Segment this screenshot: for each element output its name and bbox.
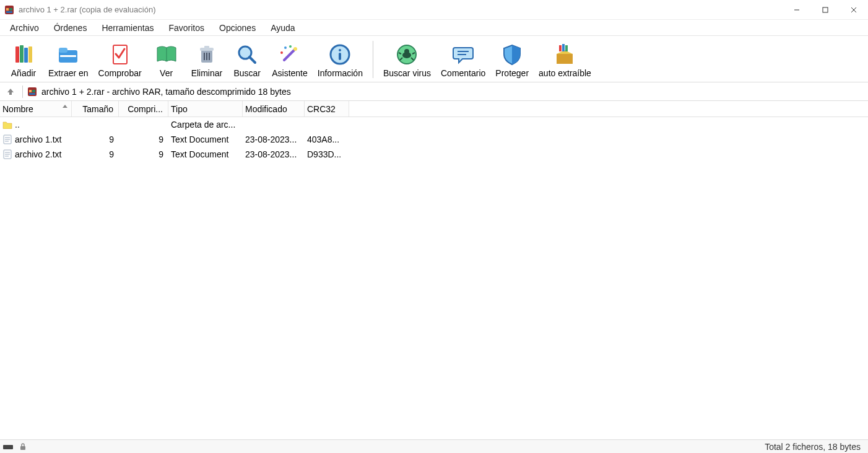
svg-point-28: [289, 45, 292, 48]
minimize-button[interactable]: [783, 0, 811, 19]
toolbar-test-button[interactable]: Comprobar: [95, 40, 145, 78]
svg-rect-46: [565, 45, 568, 51]
file-row-parent[interactable]: .. Carpeta de arc...: [0, 117, 868, 132]
svg-rect-10: [24, 48, 28, 63]
toolbar-sfx-button[interactable]: auto extraíble: [535, 40, 595, 78]
file-type: Text Document: [171, 149, 228, 159]
toolbar: Añadir Extraer en Comprobar Ver: [0, 36, 868, 82]
file-name: archivo 2.txt: [15, 149, 61, 159]
svg-rect-50: [29, 93, 35, 95]
path-bar: archivo 1 + 2.rar - archivo RAR, tamaño …: [0, 82, 868, 101]
svg-rect-5: [823, 7, 828, 12]
svg-rect-13: [59, 48, 67, 53]
file-list: Nombre Tamaño Compri... Tipo Modificado …: [0, 101, 868, 439]
text-file-icon: [2, 134, 12, 144]
menu-opciones[interactable]: Opciones: [212, 20, 263, 35]
svg-rect-48: [29, 90, 32, 92]
comment-icon: [448, 41, 478, 68]
info-icon: [325, 41, 355, 68]
file-crc: D933D...: [307, 149, 341, 159]
sort-asc-icon: [63, 105, 67, 108]
column-size[interactable]: Tamaño: [72, 101, 119, 117]
toolbar-wizard-button[interactable]: Asistente: [268, 40, 311, 78]
pathbar-separator: [22, 86, 23, 98]
svg-rect-42: [557, 54, 573, 64]
virus-scan-icon: [392, 41, 422, 68]
svg-rect-8: [15, 46, 19, 63]
svg-rect-11: [28, 46, 32, 63]
svg-rect-59: [3, 445, 13, 449]
svg-line-25: [284, 49, 295, 60]
toolbar-delete-button[interactable]: Eliminar: [188, 40, 227, 78]
toolbar-virusscan-button[interactable]: Buscar virus: [380, 40, 435, 78]
toolbar-wizard-label: Asistente: [272, 68, 308, 78]
wizard-wand-icon: [275, 41, 305, 68]
shield-icon: [497, 41, 527, 68]
column-headers: Nombre Tamaño Compri... Tipo Modificado …: [0, 101, 868, 117]
file-size: 9: [109, 134, 114, 144]
toolbar-comment-button[interactable]: Comentario: [437, 40, 489, 78]
menu-ordenes[interactable]: Órdenes: [46, 20, 95, 35]
toolbar-sfx-label: auto extraíble: [539, 68, 591, 78]
svg-point-31: [339, 49, 341, 51]
svg-rect-14: [60, 55, 76, 57]
svg-rect-1: [6, 8, 9, 11]
folder-icon: [2, 120, 12, 130]
toolbar-virusscan-label: Buscar virus: [383, 68, 431, 78]
column-crc-label: CRC32: [307, 104, 336, 114]
svg-point-27: [284, 46, 287, 49]
column-compressed[interactable]: Compri...: [119, 101, 168, 117]
column-size-label: Tamaño: [82, 104, 113, 114]
svg-rect-49: [32, 90, 35, 92]
toolbar-add-label: Añadir: [11, 68, 36, 78]
path-text[interactable]: archivo 1 + 2.rar - archivo RAR, tamaño …: [41, 87, 866, 97]
maximize-button[interactable]: [811, 0, 840, 19]
svg-rect-60: [20, 446, 25, 450]
menu-favoritos[interactable]: Favoritos: [161, 20, 212, 35]
toolbar-protect-button[interactable]: Proteger: [492, 40, 532, 78]
menu-archivo[interactable]: Archivo: [2, 20, 46, 35]
column-comp-label: Compri...: [128, 104, 163, 114]
sfx-box-icon: [550, 41, 579, 68]
text-file-icon: [2, 149, 12, 159]
toolbar-add-button[interactable]: Añadir: [5, 40, 42, 78]
file-type: Text Document: [171, 134, 228, 144]
menu-herramientas[interactable]: Herramientas: [94, 20, 161, 35]
svg-rect-3: [6, 11, 12, 13]
file-mod: 23-08-2023...: [245, 134, 297, 144]
file-name: ..: [15, 120, 20, 130]
search-icon: [232, 41, 262, 68]
trash-icon: [192, 41, 222, 68]
menu-ayuda[interactable]: Ayuda: [263, 20, 302, 35]
toolbar-find-button[interactable]: Buscar: [228, 40, 266, 78]
svg-rect-45: [562, 44, 565, 51]
svg-rect-32: [339, 53, 341, 60]
toolbar-view-button[interactable]: Ver: [148, 40, 185, 78]
status-bar: Total 2 ficheros, 18 bytes: [0, 439, 868, 453]
toolbar-view-label: Ver: [160, 68, 173, 78]
close-button[interactable]: [840, 0, 868, 19]
status-summary: Total 2 ficheros, 18 bytes: [765, 442, 868, 452]
status-lock-icon: [17, 442, 28, 451]
toolbar-extract-label: Extraer en: [48, 68, 89, 78]
menu-bar: Archivo Órdenes Herramientas Favoritos O…: [0, 20, 868, 36]
file-crc: 403A8...: [307, 134, 339, 144]
column-name-label: Nombre: [2, 104, 33, 114]
toolbar-info-button[interactable]: Información: [314, 40, 367, 78]
svg-line-24: [250, 57, 255, 63]
column-crc[interactable]: CRC32: [305, 101, 349, 117]
column-type-label: Tipo: [171, 104, 188, 114]
column-modified[interactable]: Modificado: [243, 101, 305, 117]
column-name[interactable]: Nombre: [0, 101, 72, 117]
file-name: archivo 1.txt: [15, 134, 61, 144]
svg-rect-44: [559, 45, 562, 51]
toolbar-protect-label: Proteger: [495, 68, 529, 78]
file-comp: 9: [158, 149, 163, 159]
toolbar-comment-label: Comentario: [441, 68, 485, 78]
toolbar-extract-button[interactable]: Extraer en: [45, 40, 92, 78]
up-button[interactable]: [2, 84, 19, 99]
file-row[interactable]: archivo 2.txt 9 9 Text Document 23-08-20…: [0, 147, 868, 162]
file-row[interactable]: archivo 1.txt 9 9 Text Document 23-08-20…: [0, 132, 868, 147]
column-type[interactable]: Tipo: [168, 101, 243, 117]
archive-file-icon: [27, 86, 38, 97]
